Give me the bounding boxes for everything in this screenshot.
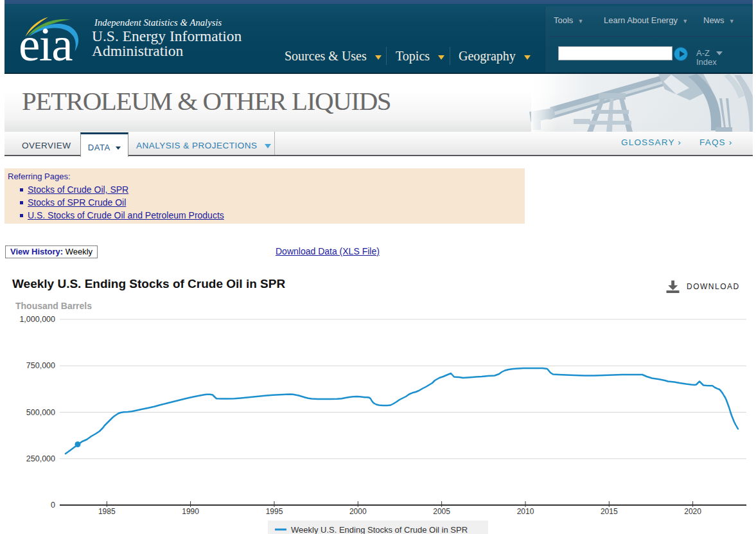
- svg-text:2005: 2005: [433, 507, 450, 516]
- svg-text:Weekly U.S. Ending Stocks of C: Weekly U.S. Ending Stocks of Crude Oil i…: [291, 525, 468, 534]
- svg-text:1990: 1990: [182, 507, 199, 516]
- svg-text:750,000: 750,000: [26, 361, 55, 370]
- svg-text:2010: 2010: [517, 507, 534, 516]
- svg-text:2000: 2000: [349, 507, 367, 516]
- svg-text:1,000,000: 1,000,000: [19, 315, 55, 324]
- svg-text:Thousand Barrels: Thousand Barrels: [15, 301, 92, 311]
- svg-text:500,000: 500,000: [26, 408, 55, 417]
- svg-text:2015: 2015: [601, 507, 618, 516]
- svg-text:250,000: 250,000: [26, 454, 55, 463]
- svg-text:1995: 1995: [266, 507, 283, 516]
- svg-text:2020: 2020: [684, 507, 701, 516]
- svg-text:eia: eia: [20, 17, 73, 71]
- svg-text:1985: 1985: [98, 507, 116, 516]
- svg-text:0: 0: [51, 501, 55, 510]
